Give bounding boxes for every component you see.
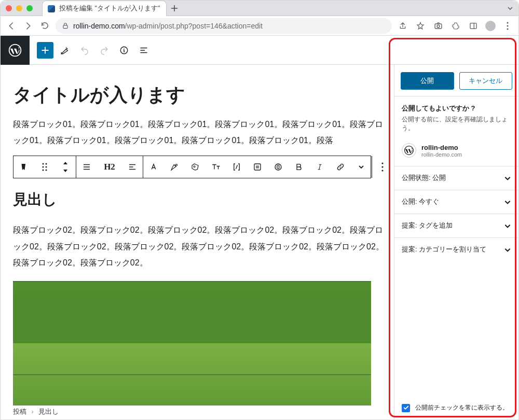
camera-icon[interactable]: [432, 20, 444, 32]
details-button[interactable]: [116, 42, 132, 59]
window-controls: [6, 5, 33, 11]
profile-avatar[interactable]: [485, 21, 496, 31]
site-url: rollin-demo.com: [421, 151, 462, 158]
svg-point-21: [381, 170, 383, 172]
breadcrumb-current[interactable]: 見出し: [38, 408, 59, 415]
tab-title: 投稿を編集 "タイトルが入ります": [59, 4, 160, 13]
clear-format-button[interactable]: [247, 162, 268, 172]
wordpress-logo[interactable]: [1, 36, 30, 65]
undo-button[interactable]: [76, 42, 93, 59]
panel-label: 公開状態: 公開: [402, 174, 446, 183]
badge-button[interactable]: [185, 162, 206, 172]
chevron-down-icon: [504, 175, 511, 182]
extensions-icon[interactable]: [450, 20, 461, 32]
chevron-down-icon: [504, 199, 511, 206]
panel-schedule[interactable]: 公開: 今すぐ: [394, 190, 518, 214]
panel-tags[interactable]: 提案: タグを追加: [394, 214, 518, 237]
chevron-down-icon: [504, 222, 511, 230]
new-tab-button[interactable]: [171, 5, 178, 12]
svg-point-2: [437, 25, 440, 27]
redo-button[interactable]: [96, 42, 113, 59]
highlight-button[interactable]: [164, 162, 185, 172]
svg-rect-1: [435, 24, 442, 29]
list-view-button[interactable]: [135, 42, 152, 59]
panel-categories[interactable]: 提案: カテゴリーを割り当て: [394, 237, 518, 261]
strike-button[interactable]: [268, 162, 289, 172]
browser-titlebar: 投稿を編集 "タイトルが入ります": [1, 1, 518, 16]
svg-point-20: [381, 166, 383, 168]
svg-point-12: [46, 166, 47, 168]
panel-label: 公開: 今すぐ: [402, 198, 439, 206]
cancel-button[interactable]: キャンセル: [459, 72, 513, 90]
svg-point-16: [194, 166, 195, 167]
heading-block[interactable]: 見出し: [13, 190, 387, 209]
heading-level-button[interactable]: H2: [97, 162, 122, 172]
precheck-toggle[interactable]: 公開前チェックを常に表示する。: [394, 396, 518, 419]
paragraph-block-1[interactable]: 段落ブロック01。段落ブロック01。段落ブロック01。段落ブロック01。段落ブロ…: [13, 116, 387, 148]
shortcode-button[interactable]: [226, 162, 247, 172]
site-name: rollin-demo: [421, 144, 462, 151]
bold-button[interactable]: [289, 162, 309, 172]
site-info-row: rollin-demo rollin-demo.com: [394, 138, 518, 166]
kebab-menu-icon[interactable]: [502, 20, 513, 32]
post-title[interactable]: タイトルが入ります: [13, 82, 387, 108]
move-arrows-icon[interactable]: [55, 161, 76, 173]
svg-point-9: [43, 163, 44, 165]
svg-point-5: [507, 25, 508, 26]
tabs-menu-icon[interactable]: [507, 5, 513, 11]
breadcrumb-root[interactable]: 投稿: [13, 408, 26, 415]
italic-button[interactable]: [309, 162, 330, 172]
more-dropdown-icon[interactable]: [351, 164, 372, 170]
minimize-window-icon[interactable]: [16, 5, 22, 11]
ready-title: 公開してもよいですか ?: [402, 104, 511, 113]
image-placeholder: [13, 281, 371, 405]
lock-icon: [62, 22, 69, 30]
svg-point-13: [43, 170, 44, 171]
breadcrumb-sep-icon: ›: [31, 408, 33, 415]
tools-button[interactable]: [57, 42, 73, 59]
align-button[interactable]: [76, 162, 97, 172]
browser-tab[interactable]: 投稿を編集 "タイトルが入ります": [42, 1, 167, 16]
svg-point-6: [507, 28, 508, 30]
block-type-icon[interactable]: [13, 162, 34, 172]
url-text: rollin-demo.com/wp-admin/post.php?post=1…: [73, 22, 263, 30]
prepublish-sidebar: 公開 キャンセル 公開してもよいですか ? 公開する前に、設定を再確認しましょう…: [394, 65, 518, 419]
close-window-icon[interactable]: [6, 5, 12, 11]
back-icon[interactable]: [6, 20, 17, 32]
editor-topbar: [1, 36, 518, 65]
svg-rect-0: [63, 25, 67, 28]
browser-actions: [397, 20, 513, 32]
forward-icon[interactable]: [22, 20, 34, 32]
link-button[interactable]: [330, 162, 351, 172]
panel-label: 提案: カテゴリーを割り当て: [402, 245, 486, 254]
sidepanel-icon[interactable]: [468, 20, 479, 32]
publish-button[interactable]: 公開: [401, 72, 454, 90]
url-field[interactable]: rollin-demo.com/wp-admin/post.php?post=1…: [56, 18, 392, 34]
reload-icon[interactable]: [39, 20, 50, 32]
block-inserter-button[interactable]: [37, 42, 53, 59]
wp-editor-app: タイトルが入ります 段落ブロック01。段落ブロック01。段落ブロック01。段落ブ…: [1, 36, 518, 419]
block-toolbar: H2: [13, 156, 371, 178]
svg-point-14: [46, 170, 47, 171]
share-icon[interactable]: [397, 20, 408, 32]
paragraph-block-2[interactable]: 段落ブロック02。段落ブロック02。段落ブロック02。段落ブロック02。段落ブロ…: [13, 222, 387, 271]
svg-rect-3: [470, 23, 476, 29]
svg-point-19: [381, 163, 383, 164]
drag-handle-icon[interactable]: [34, 162, 55, 172]
maximize-window-icon[interactable]: [26, 5, 33, 11]
svg-point-15: [175, 164, 177, 166]
font-size-button[interactable]: [206, 162, 226, 172]
panel-visibility[interactable]: 公開状態: 公開: [394, 166, 518, 190]
text-align-button[interactable]: [122, 162, 143, 172]
bookmark-icon[interactable]: [415, 20, 426, 32]
site-icon: [402, 143, 416, 158]
address-bar: rollin-demo.com/wp-admin/post.php?post=1…: [1, 16, 518, 36]
editor-canvas[interactable]: タイトルが入ります 段落ブロック01。段落ブロック01。段落ブロック01。段落ブ…: [1, 65, 394, 419]
block-breadcrumb: 投稿 › 見出し: [13, 408, 59, 416]
panel-label: 提案: タグを追加: [402, 221, 453, 230]
svg-point-11: [43, 166, 44, 168]
text-color-button[interactable]: [143, 162, 164, 172]
svg-rect-17: [254, 164, 261, 170]
block-options-button[interactable]: [372, 162, 393, 172]
image-block[interactable]: [13, 281, 371, 405]
